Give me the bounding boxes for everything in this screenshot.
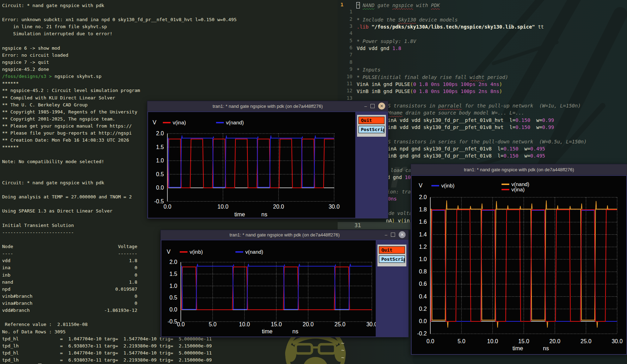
close-icon[interactable]: ✕ [399,231,406,238]
terminal-line: ** Copyright 1985-1994, Regents of the U… [2,109,137,116]
terminal-line: Circuit: * nand gate ngspice with pdk [2,2,104,9]
editor-code-line: S transistors in series for the pull-dow… [388,138,587,145]
editor-line-number: 1 [338,9,352,14]
editor-code-line: * PULSE(initial final delay rise fall wi… [357,74,508,81]
terminal-line: ** ngspice-45.2 : Circuit level simulati… [2,87,140,94]
window-title: tran1: * nand gate ngspice with pdk (on … [464,167,574,172]
editor-line-number: 2 [338,16,352,22]
plot3-titlebar[interactable]: tran1: * nand gate ngspice with pdk (on … [411,164,627,175]
terminal-line: Using SPARSE 1.3 as Direct Linear Solver [2,208,112,215]
svg-text:15.0: 15.0 [518,338,529,344]
plot2-side-panel: Quit PostScript [376,240,408,337]
svg-text:0.4: 0.4 [419,294,427,300]
svg-text:0.5: 0.5 [170,295,177,301]
svg-text:1.0: 1.0 [419,256,427,262]
svg-text:v(nand): v(nand) [245,249,263,255]
editor-code-line: inA vdd vdd sky130_fd_pr__pfet_01v8_hvt … [388,117,554,124]
terminal-line: ** Compiled with KLU Direct Linear Solve… [2,94,115,101]
terminal-line: ** Creation Date: Mon Feb 16 14:08:33 UT… [2,137,129,144]
plot1-titlebar[interactable]: tran1: * nand gate ngspice with pdk (on … [147,101,388,111]
svg-text:ns: ns [262,211,268,217]
svg-text:1.5: 1.5 [156,144,164,150]
vim-tilde-marker: ~ [341,340,344,346]
editor-code-line: * Include the Sky130 device models [357,16,458,23]
terminal-line: Simulation interrupted due to error! [2,30,112,37]
terminal-line: Initial Transient Solution [2,222,74,229]
editor-code-line: inA npd gnd sky130_fd_pr__nfet_01v8 l=0.… [388,145,545,152]
svg-text:0.0: 0.0 [164,204,171,210]
vim-tilde-marker: ~ [341,347,344,353]
editor-code-line: VinB inB gnd PULSE(0 1.8 0ns 100ps 100ps… [357,88,502,95]
svg-text:2.0: 2.0 [156,130,164,136]
terminal-line: Doing analysis at TEMP = 27.000000 and T… [2,193,132,200]
plot-window-3: tran1: * nand gate ngspice with pdk (on … [411,164,627,355]
svg-text:30.0: 30.0 [366,321,376,327]
terminal-line: ** Copyright 2001-2025, The ngspice team… [2,116,115,123]
editor-code-line: * NAND gate ngspice with PDK [357,2,440,9]
svg-text:10.0: 10.0 [487,338,498,344]
terminal-line: vinb#branch 0 [2,293,137,300]
editor-code-line: .lib "/foss/pdks/sky130A/libs.tech/ngspi… [357,23,544,30]
terminal-line: vina#branch 0 [2,300,137,307]
plot-window-2: tran1: * nand gate ngspice with pdk (on … [160,230,409,337]
terminal-line: ---- ------- [2,250,137,257]
terminal-line: Note: No compatibility mode selected! [2,158,104,165]
svg-text:15.0: 15.0 [271,321,282,327]
postscript-button[interactable]: PostScript [379,255,405,263]
svg-text:1.0: 1.0 [170,283,177,289]
editor-code-line: inB gnd gnd sky130_fd_pr__nfet_01v8 l=0.… [388,152,545,159]
terminal-line: in line no. 21 from file skyhvt.sp [2,23,107,30]
postscript-button[interactable]: PostScript [358,126,385,133]
svg-text:20.0: 20.0 [273,204,284,210]
quit-button[interactable]: Quit [379,246,405,254]
terminal-line: tpd_lh = 6.938037e-11 targ= 2.219380e-09… [2,343,212,350]
terminal-line: vdd#branch -1.86193e-12 [2,307,137,314]
editor-line-number: 10 [338,74,352,79]
terminal-line: Error: no circuit loaded [2,52,68,59]
editor-line-number: 5 [338,38,352,43]
plot2-titlebar[interactable]: tran1: * nand gate ngspice with pdk (on … [161,230,408,240]
svg-text:v(ina): v(ina) [511,186,525,192]
terminal-line: ngspice 7 -> quit [2,59,49,66]
editor-code-line: Vdd vdd gnd 1.8 [357,45,401,52]
editor-code-line: * Power supply: 1.8V [357,38,416,45]
quit-button[interactable]: Quit [358,117,385,124]
terminal-line: vdd 1.8 [2,257,137,264]
plot2-canvas: 2.01.51.00.50.0-0.50.05.010.015.020.025.… [161,240,376,337]
minimize-icon[interactable]: – [364,104,367,109]
editor-line-number: 4 [338,30,352,36]
vim-tilde-marker: ~ [341,362,344,364]
editor-code-line: Mname drain gate source body model W=...… [388,109,524,116]
svg-text:-0.2: -0.2 [417,331,427,337]
svg-text:5.0: 5.0 [457,338,465,344]
svg-text:0.5: 0.5 [156,171,164,177]
terminal-line: tpd_lh = 6.938037e-11 targ= 2.219380e-09… [2,357,212,364]
svg-text:v(ina): v(ina) [173,119,186,125]
editor-line-number: 9 [338,66,352,72]
terminal-line: tpd_hl = 1.047704e-10 targ= 1.547704e-10… [2,350,212,357]
minimize-icon[interactable]: – [385,233,387,237]
svg-text:-0.5: -0.5 [167,319,177,325]
svg-text:25.0: 25.0 [580,338,591,344]
editor-line-number: 13 [338,95,352,101]
editor-code-line: ion: tra [387,188,411,195]
editor-line-number: 11 [338,81,352,86]
plot-window-1: tran1: * nand gate ngspice with pdk (on … [147,101,388,218]
desktop: br Circuit: * nand gate ngspice with pdk… [0,0,627,364]
editor-code-line: S transistors in parralel for the pull-u… [388,102,581,109]
terminal-line: ****** [2,80,19,87]
terminal-line: npd 0.019587 [2,286,137,293]
terminal-line: ina 0 [2,264,137,271]
svg-text:1.2: 1.2 [419,244,427,250]
svg-text:time: time [234,211,245,217]
maximize-icon[interactable] [370,104,375,108]
svg-text:0.0: 0.0 [170,307,177,313]
terminal-line: ngspice-45.2 done [2,66,49,73]
svg-text:30.0: 30.0 [611,338,622,344]
svg-text:20.0: 20.0 [549,338,560,344]
maximize-icon[interactable] [391,233,395,237]
svg-text:0.0: 0.0 [156,185,164,191]
editor-line-number: 3 [338,23,352,29]
close-icon[interactable]: ✕ [378,103,385,110]
svg-text:v(inb): v(inb) [190,249,203,255]
